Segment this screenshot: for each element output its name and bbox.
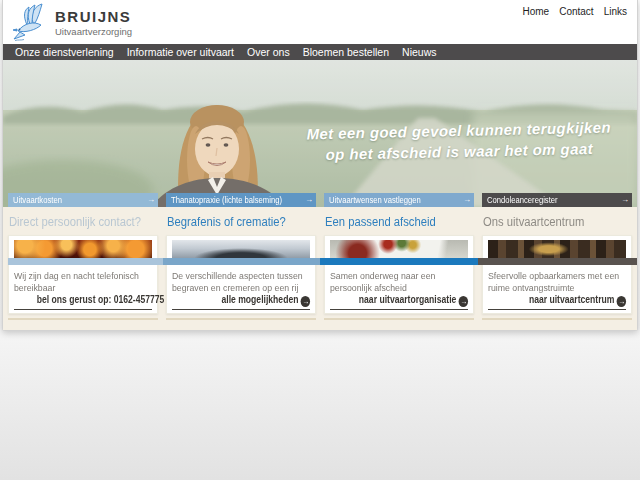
nav-item-bloemen-bestellen[interactable]: Bloemen bestellen (303, 46, 389, 58)
teaser-heading: Een passend afscheid (325, 215, 459, 232)
color-bar-segment (163, 258, 320, 265)
teaser-columns: Direct persoonlijk contact? Wij zijn dag… (8, 215, 632, 320)
link-label: alle mogelijkheden (221, 294, 298, 305)
link-label: bel ons gerust op: 0162-457775 (37, 294, 165, 305)
tab-thanatopraxie[interactable]: Thanatopraxie (lichte balseming) → (166, 193, 316, 207)
teaser-heading: Direct persoonlijk contact? (9, 215, 143, 232)
brand-tagline: Uitvaartverzorging (55, 26, 132, 37)
site-container: BRUIJNS Uitvaartverzorging Home Contact … (2, 0, 638, 331)
teaser-card: Wij zijn dag en nacht telefonisch bereik… (8, 235, 158, 314)
card-shadow-line (166, 318, 316, 320)
brand-name: BRUIJNS (55, 8, 132, 25)
uitvaartorganisatie-link[interactable]: naar uitvaartorganisatie→ (358, 294, 468, 307)
color-bar-segment (8, 258, 163, 265)
teaser-card: Samen onderweg naar een persoonlijk afsc… (324, 235, 474, 314)
arrow-right-icon: → (147, 193, 155, 207)
link-label: naar uitvaartcentrum (528, 294, 614, 305)
hero-banner: Met een goed gevoel kunnen terugkijken o… (3, 60, 637, 207)
nav-item-nieuws[interactable]: Nieuws (402, 46, 436, 58)
brand-text: BRUIJNS Uitvaartverzorging (55, 8, 132, 37)
logo[interactable]: BRUIJNS Uitvaartverzorging (11, 2, 132, 42)
main-nav: Onze dienstverlening Informatie over uit… (3, 44, 637, 60)
nav-item-dienstverlening[interactable]: Onze dienstverlening (15, 46, 114, 58)
teaser-card: Sfeervolle opbaarkamers met een ruime on… (482, 235, 632, 314)
color-bar-segment (320, 258, 478, 265)
uitvaartcentrum-link[interactable]: naar uitvaartcentrum→ (528, 294, 626, 307)
tab-label: Uitvaartwensen vastleggen (329, 193, 421, 207)
tab-condoleanceregister[interactable]: Condoleanceregister → (482, 193, 632, 207)
teaser-heading: Ons uitvaartcentrum (483, 215, 617, 232)
funeral-home-interior-image (488, 240, 626, 259)
arrow-right-icon: → (305, 193, 313, 207)
burning-candles-image (14, 240, 152, 259)
teaser-passend-afscheid: Een passend afscheid Samen onderweg naar… (324, 215, 474, 320)
tab-uitvaartwensen-vastleggen[interactable]: Uitvaartwensen vastleggen → (324, 193, 474, 207)
hero-quote: Met een goed gevoel kunnen terugkijken o… (287, 116, 632, 166)
color-bar-strip (8, 258, 637, 265)
hero-tab-strip: Uitvaartkosten → Thanatopraxie (lichte b… (8, 193, 632, 207)
top-link-home[interactable]: Home (522, 6, 549, 17)
tab-label: Condoleanceregister (487, 193, 558, 207)
top-link-links[interactable]: Links (604, 6, 627, 17)
teaser-uitvaartcentrum: Ons uitvaartcentrum Sfeervolle opbaarkam… (482, 215, 632, 320)
nav-item-over-ons[interactable]: Over ons (247, 46, 290, 58)
teaser-link-row: bel ons gerust op: 0162-457775→ (14, 289, 152, 310)
nav-item-informatie-over-uitvaart[interactable]: Informatie over uitvaart (127, 46, 234, 58)
arrow-circle-icon: → (617, 296, 626, 307)
phone-link[interactable]: bel ons gerust op: 0162-457775→ (37, 294, 177, 307)
page-background: BRUIJNS Uitvaartverzorging Home Contact … (0, 0, 640, 480)
tab-label: Uitvaartkosten (13, 193, 62, 207)
card-shadow-line (482, 318, 632, 320)
teaser-card: De verschillende aspecten tussen begrave… (166, 235, 316, 314)
teaser-link-row: naar uitvaartcentrum→ (488, 289, 626, 310)
white-coffin-with-flowers-image (330, 240, 468, 259)
link-label: naar uitvaartorganisatie (358, 294, 456, 305)
top-link-contact[interactable]: Contact (559, 6, 593, 17)
teaser-contact: Direct persoonlijk contact? Wij zijn dag… (8, 215, 158, 320)
tab-label: Thanatopraxie (lichte balseming) (171, 193, 282, 207)
teaser-heading: Begrafenis of crematie? (167, 215, 301, 232)
teaser-link-row: naar uitvaartorganisatie→ (330, 289, 468, 310)
card-shadow-line (8, 318, 158, 320)
card-shadow-line (324, 318, 474, 320)
top-links: Home Contact Links (522, 6, 627, 17)
arrow-circle-icon: → (459, 296, 468, 307)
silver-coffin-image (172, 240, 310, 259)
teaser-section: Direct persoonlijk contact? Wij zijn dag… (3, 207, 637, 330)
dove-icon (11, 2, 49, 42)
teaser-begrafenis-crematie: Begrafenis of crematie? De verschillende… (166, 215, 316, 320)
teaser-link-row: alle mogelijkheden→ (172, 289, 310, 310)
arrow-right-icon: → (463, 193, 471, 207)
arrow-right-icon: → (621, 193, 629, 207)
header: BRUIJNS Uitvaartverzorging Home Contact … (3, 0, 637, 44)
mogelijkheden-link[interactable]: alle mogelijkheden→ (221, 294, 310, 307)
color-bar-segment (478, 258, 637, 265)
tab-uitvaartkosten[interactable]: Uitvaartkosten → (8, 193, 158, 207)
arrow-circle-icon: → (301, 296, 310, 307)
